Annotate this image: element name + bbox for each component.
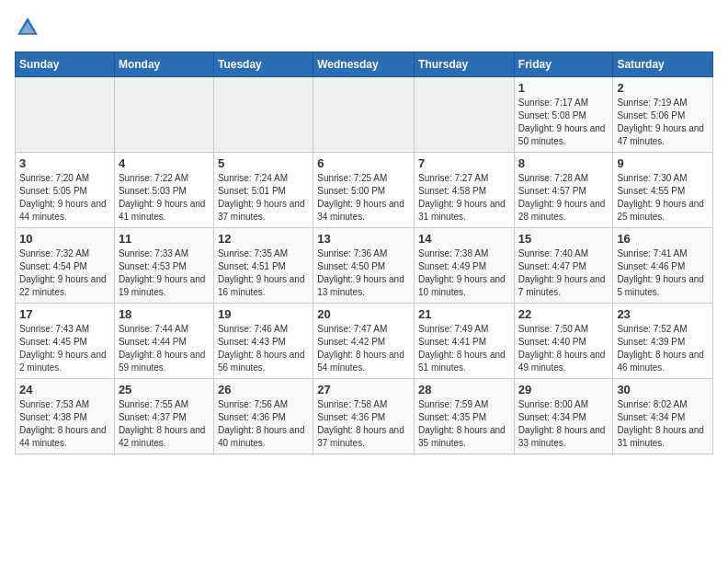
- calendar-cell: [415, 77, 515, 153]
- day-number: 13: [317, 232, 410, 246]
- day-info: Sunrise: 7:52 AM Sunset: 4:39 PM Dayligh…: [617, 323, 709, 374]
- calendar-cell: 13Sunrise: 7:36 AM Sunset: 4:50 PM Dayli…: [313, 228, 415, 304]
- calendar-cell: 14Sunrise: 7:38 AM Sunset: 4:49 PM Dayli…: [415, 228, 515, 304]
- calendar-cell: 20Sunrise: 7:47 AM Sunset: 4:42 PM Dayli…: [313, 304, 415, 379]
- page-header: [15, 15, 713, 40]
- day-number: 19: [218, 307, 309, 321]
- calendar-cell: 1Sunrise: 7:17 AM Sunset: 5:08 PM Daylig…: [514, 77, 613, 153]
- weekday-header-monday: Monday: [114, 52, 213, 77]
- day-number: 17: [19, 307, 110, 321]
- day-info: Sunrise: 7:59 AM Sunset: 4:35 PM Dayligh…: [418, 398, 510, 450]
- calendar-week-row: 24Sunrise: 7:53 AM Sunset: 4:38 PM Dayli…: [16, 379, 713, 454]
- day-info: Sunrise: 7:36 AM Sunset: 4:50 PM Dayligh…: [317, 247, 410, 299]
- day-info: Sunrise: 7:53 AM Sunset: 4:38 PM Dayligh…: [19, 398, 110, 450]
- calendar-cell: 7Sunrise: 7:27 AM Sunset: 4:58 PM Daylig…: [415, 153, 515, 228]
- day-info: Sunrise: 7:47 AM Sunset: 4:42 PM Dayligh…: [317, 323, 410, 374]
- calendar-cell: 17Sunrise: 7:43 AM Sunset: 4:45 PM Dayli…: [16, 304, 115, 379]
- day-number: 20: [317, 307, 410, 321]
- logo-icon: [15, 15, 40, 40]
- weekday-header-wednesday: Wednesday: [313, 52, 415, 77]
- day-info: Sunrise: 8:00 AM Sunset: 4:34 PM Dayligh…: [518, 398, 609, 450]
- calendar-cell: 3Sunrise: 7:20 AM Sunset: 5:05 PM Daylig…: [16, 153, 115, 228]
- day-number: 15: [518, 232, 609, 246]
- day-info: Sunrise: 7:24 AM Sunset: 5:01 PM Dayligh…: [218, 172, 309, 224]
- day-number: 9: [617, 156, 709, 170]
- calendar-cell: [213, 77, 313, 153]
- calendar-header: SundayMondayTuesdayWednesdayThursdayFrid…: [16, 52, 713, 77]
- weekday-header-tuesday: Tuesday: [213, 52, 313, 77]
- day-info: Sunrise: 7:46 AM Sunset: 4:43 PM Dayligh…: [218, 323, 309, 374]
- weekday-header-thursday: Thursday: [415, 52, 515, 77]
- weekday-header-friday: Friday: [514, 52, 613, 77]
- calendar-cell: 19Sunrise: 7:46 AM Sunset: 4:43 PM Dayli…: [213, 304, 313, 379]
- day-info: Sunrise: 7:17 AM Sunset: 5:08 PM Dayligh…: [518, 97, 609, 148]
- day-info: Sunrise: 7:33 AM Sunset: 4:53 PM Dayligh…: [119, 247, 210, 299]
- day-number: 26: [218, 383, 309, 396]
- calendar-cell: 15Sunrise: 7:40 AM Sunset: 4:47 PM Dayli…: [514, 228, 613, 304]
- day-info: Sunrise: 7:41 AM Sunset: 4:46 PM Dayligh…: [617, 247, 709, 299]
- weekday-header-sunday: Sunday: [16, 52, 115, 77]
- calendar-cell: 30Sunrise: 8:02 AM Sunset: 4:34 PM Dayli…: [613, 379, 713, 454]
- day-number: 2: [617, 81, 709, 95]
- calendar-cell: 26Sunrise: 7:56 AM Sunset: 4:36 PM Dayli…: [213, 379, 313, 454]
- day-number: 22: [518, 307, 609, 321]
- calendar-table: SundayMondayTuesdayWednesdayThursdayFrid…: [15, 52, 713, 454]
- day-info: Sunrise: 7:19 AM Sunset: 5:06 PM Dayligh…: [617, 97, 709, 148]
- day-info: Sunrise: 7:25 AM Sunset: 5:00 PM Dayligh…: [317, 172, 410, 224]
- day-info: Sunrise: 7:58 AM Sunset: 4:36 PM Dayligh…: [317, 398, 410, 450]
- day-number: 21: [418, 307, 510, 321]
- day-number: 14: [418, 232, 510, 246]
- calendar-cell: 8Sunrise: 7:28 AM Sunset: 4:57 PM Daylig…: [514, 153, 613, 228]
- day-info: Sunrise: 7:56 AM Sunset: 4:36 PM Dayligh…: [218, 398, 309, 450]
- day-info: Sunrise: 7:49 AM Sunset: 4:41 PM Dayligh…: [418, 323, 510, 374]
- day-number: 4: [119, 156, 210, 170]
- calendar-cell: 23Sunrise: 7:52 AM Sunset: 4:39 PM Dayli…: [613, 304, 713, 379]
- day-number: 11: [119, 232, 210, 246]
- day-info: Sunrise: 7:40 AM Sunset: 4:47 PM Dayligh…: [518, 247, 609, 299]
- day-info: Sunrise: 7:30 AM Sunset: 4:55 PM Dayligh…: [617, 172, 709, 224]
- calendar-cell: [114, 77, 213, 153]
- day-number: 16: [617, 232, 709, 246]
- day-number: 25: [119, 383, 210, 396]
- calendar-week-row: 1Sunrise: 7:17 AM Sunset: 5:08 PM Daylig…: [16, 77, 713, 153]
- calendar-cell: 10Sunrise: 7:32 AM Sunset: 4:54 PM Dayli…: [16, 228, 115, 304]
- day-number: 6: [317, 156, 410, 170]
- calendar-week-row: 17Sunrise: 7:43 AM Sunset: 4:45 PM Dayli…: [16, 304, 713, 379]
- calendar-cell: 12Sunrise: 7:35 AM Sunset: 4:51 PM Dayli…: [213, 228, 313, 304]
- day-info: Sunrise: 7:28 AM Sunset: 4:57 PM Dayligh…: [518, 172, 609, 224]
- calendar-body: 1Sunrise: 7:17 AM Sunset: 5:08 PM Daylig…: [16, 77, 713, 454]
- calendar-cell: 24Sunrise: 7:53 AM Sunset: 4:38 PM Dayli…: [16, 379, 115, 454]
- day-number: 7: [418, 156, 510, 170]
- day-info: Sunrise: 7:44 AM Sunset: 4:44 PM Dayligh…: [119, 323, 210, 374]
- calendar-cell: 28Sunrise: 7:59 AM Sunset: 4:35 PM Dayli…: [415, 379, 515, 454]
- day-info: Sunrise: 7:55 AM Sunset: 4:37 PM Dayligh…: [119, 398, 210, 450]
- calendar-cell: [313, 77, 415, 153]
- day-number: 30: [617, 383, 709, 396]
- calendar-week-row: 3Sunrise: 7:20 AM Sunset: 5:05 PM Daylig…: [16, 153, 713, 228]
- day-info: Sunrise: 7:38 AM Sunset: 4:49 PM Dayligh…: [418, 247, 510, 299]
- day-number: 29: [518, 383, 609, 396]
- calendar-cell: 25Sunrise: 7:55 AM Sunset: 4:37 PM Dayli…: [114, 379, 213, 454]
- day-info: Sunrise: 7:32 AM Sunset: 4:54 PM Dayligh…: [19, 247, 110, 299]
- calendar-week-row: 10Sunrise: 7:32 AM Sunset: 4:54 PM Dayli…: [16, 228, 713, 304]
- calendar-cell: 18Sunrise: 7:44 AM Sunset: 4:44 PM Dayli…: [114, 304, 213, 379]
- calendar-cell: 27Sunrise: 7:58 AM Sunset: 4:36 PM Dayli…: [313, 379, 415, 454]
- day-number: 8: [518, 156, 609, 170]
- day-info: Sunrise: 7:27 AM Sunset: 4:58 PM Dayligh…: [418, 172, 510, 224]
- day-number: 18: [119, 307, 210, 321]
- day-number: 5: [218, 156, 309, 170]
- day-number: 12: [218, 232, 309, 246]
- calendar-cell: 9Sunrise: 7:30 AM Sunset: 4:55 PM Daylig…: [613, 153, 713, 228]
- weekday-header-saturday: Saturday: [613, 52, 713, 77]
- day-info: Sunrise: 7:35 AM Sunset: 4:51 PM Dayligh…: [218, 247, 309, 299]
- weekday-header-row: SundayMondayTuesdayWednesdayThursdayFrid…: [16, 52, 713, 77]
- logo: [15, 15, 44, 40]
- day-number: 27: [317, 383, 410, 396]
- day-info: Sunrise: 7:50 AM Sunset: 4:40 PM Dayligh…: [518, 323, 609, 374]
- day-number: 10: [19, 232, 110, 246]
- day-info: Sunrise: 7:22 AM Sunset: 5:03 PM Dayligh…: [119, 172, 210, 224]
- calendar-cell: 5Sunrise: 7:24 AM Sunset: 5:01 PM Daylig…: [213, 153, 313, 228]
- calendar-cell: [16, 77, 115, 153]
- day-info: Sunrise: 7:43 AM Sunset: 4:45 PM Dayligh…: [19, 323, 110, 374]
- day-number: 24: [19, 383, 110, 396]
